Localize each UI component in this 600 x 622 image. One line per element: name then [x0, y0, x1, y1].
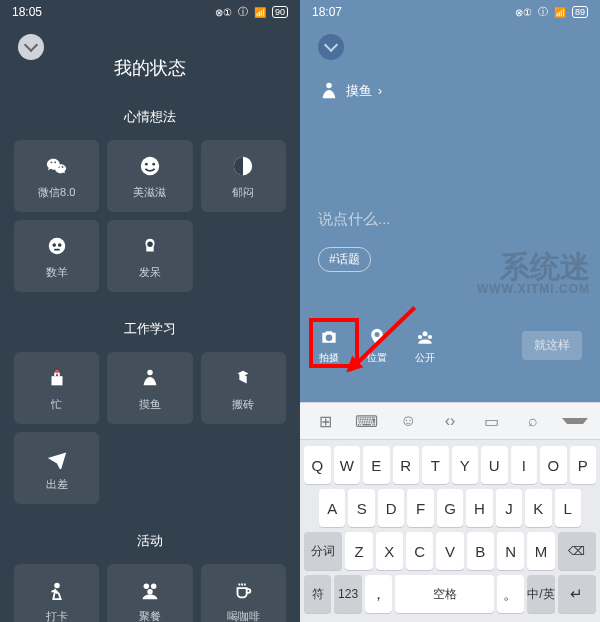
status-icons: ⊗①ⓘ📶 89	[515, 5, 588, 19]
key[interactable]: L	[555, 489, 581, 527]
tile-label: 数羊	[46, 265, 68, 280]
key[interactable]: ↵	[558, 575, 596, 613]
svg-point-15	[423, 331, 428, 336]
chevron-down-icon	[324, 38, 338, 52]
status-tile[interactable]: 打卡	[14, 564, 99, 622]
tile-label: 聚餐	[139, 609, 161, 623]
status-tile[interactable]: 美滋滋	[107, 140, 192, 212]
key[interactable]: Y	[452, 446, 479, 484]
key[interactable]: H	[466, 489, 492, 527]
key[interactable]: 分词	[304, 532, 342, 570]
close-button[interactable]	[318, 34, 344, 60]
slack-icon	[137, 365, 163, 391]
status-tile[interactable]: 郁闷	[201, 140, 286, 212]
key[interactable]: V	[436, 532, 463, 570]
key[interactable]: T	[422, 446, 449, 484]
status-tile[interactable]: 发呆	[107, 220, 192, 292]
watermark: 系统迷 WWW.XITMI.COM	[477, 250, 590, 296]
key[interactable]: W	[334, 446, 361, 484]
key[interactable]: I	[511, 446, 538, 484]
key[interactable]: 符	[304, 575, 331, 613]
svg-point-4	[238, 162, 241, 165]
chevron-down-icon	[24, 38, 38, 52]
tile-label: 忙	[51, 397, 62, 412]
tile-label: 微信8.0	[38, 185, 75, 200]
key[interactable]: 123	[334, 575, 361, 613]
section-title: 工作学习	[0, 320, 300, 338]
key[interactable]: K	[525, 489, 551, 527]
svg-point-8	[147, 241, 153, 247]
key[interactable]: 中/英	[527, 575, 554, 613]
key[interactable]: ，	[365, 575, 392, 613]
hashtag-button[interactable]: #话题	[318, 247, 371, 272]
key[interactable]: F	[407, 489, 433, 527]
coffee-icon	[230, 577, 256, 603]
selected-status-label: 摸鱼	[346, 82, 372, 100]
moody-icon	[230, 153, 256, 179]
status-bar: 18:07 ⊗①ⓘ📶 89	[300, 0, 600, 24]
key[interactable]: S	[348, 489, 374, 527]
status-tile[interactable]: 出差	[14, 432, 99, 504]
section-title: 心情想法	[0, 108, 300, 126]
key[interactable]: B	[467, 532, 494, 570]
tile-label: 打卡	[46, 609, 68, 623]
emoji-tool-icon[interactable]: ☺	[395, 412, 421, 430]
key[interactable]: N	[497, 532, 524, 570]
search-tool-icon[interactable]: ⌕	[520, 412, 546, 430]
grid-tool-icon[interactable]: ⊞	[312, 412, 338, 431]
key[interactable]: M	[527, 532, 554, 570]
section-title: 活动	[0, 532, 300, 550]
svg-point-10	[55, 369, 59, 373]
status-selector[interactable]: 摸鱼 ›	[318, 80, 582, 102]
section: 工作学习忙摸鱼搬砖出差	[0, 320, 300, 504]
status-tile[interactable]: 聚餐	[107, 564, 192, 622]
status-tile[interactable]: 摸鱼	[107, 352, 192, 424]
key[interactable]: U	[481, 446, 508, 484]
svg-rect-9	[51, 376, 62, 385]
key[interactable]: A	[319, 489, 345, 527]
brackets-tool-icon[interactable]: ‹›	[437, 412, 463, 430]
visibility-action[interactable]: 公开	[414, 326, 436, 365]
status-compose-screen: 18:07 ⊗①ⓘ📶 89 摸鱼 › 说点什么... #话题 系统迷 WWW.X…	[300, 0, 600, 622]
battery-icon: 89	[572, 6, 588, 18]
sheep-icon	[44, 233, 70, 259]
status-tile[interactable]: 数羊	[14, 220, 99, 292]
key[interactable]: X	[376, 532, 403, 570]
status-tile[interactable]: 微信8.0	[14, 140, 99, 212]
status-tile[interactable]: 喝咖啡	[201, 564, 286, 622]
key[interactable]: R	[393, 446, 420, 484]
svg-point-16	[418, 335, 422, 339]
travel-icon	[44, 445, 70, 471]
close-button[interactable]	[18, 34, 44, 60]
key[interactable]: J	[496, 489, 522, 527]
svg-point-1	[145, 162, 148, 165]
key[interactable]: 。	[497, 575, 524, 613]
collapse-keyboard-icon[interactable]	[562, 418, 588, 424]
brick-icon	[230, 365, 256, 391]
smile-icon	[137, 153, 163, 179]
svg-point-6	[52, 243, 56, 247]
clipboard-tool-icon[interactable]: ▭	[479, 412, 505, 431]
publish-button[interactable]: 就这样	[522, 331, 582, 360]
key[interactable]: 空格	[395, 575, 494, 613]
keyboard-tool-icon[interactable]: ⌨	[354, 412, 380, 431]
svg-point-7	[58, 243, 62, 247]
key[interactable]: D	[378, 489, 404, 527]
key[interactable]: G	[437, 489, 463, 527]
compose-input[interactable]: 说点什么...	[318, 210, 582, 229]
svg-point-0	[141, 156, 159, 174]
svg-point-2	[152, 162, 155, 165]
key[interactable]: ⌫	[558, 532, 596, 570]
status-tile[interactable]: 忙	[14, 352, 99, 424]
svg-point-12	[144, 583, 150, 589]
status-tile[interactable]: 搬砖	[201, 352, 286, 424]
key[interactable]: E	[363, 446, 390, 484]
key[interactable]: Q	[304, 446, 331, 484]
svg-point-14	[147, 589, 153, 595]
key[interactable]: C	[406, 532, 433, 570]
key[interactable]: P	[570, 446, 597, 484]
key[interactable]: O	[540, 446, 567, 484]
svg-point-11	[54, 582, 60, 588]
chevron-right-icon: ›	[378, 84, 382, 98]
key[interactable]: Z	[345, 532, 372, 570]
